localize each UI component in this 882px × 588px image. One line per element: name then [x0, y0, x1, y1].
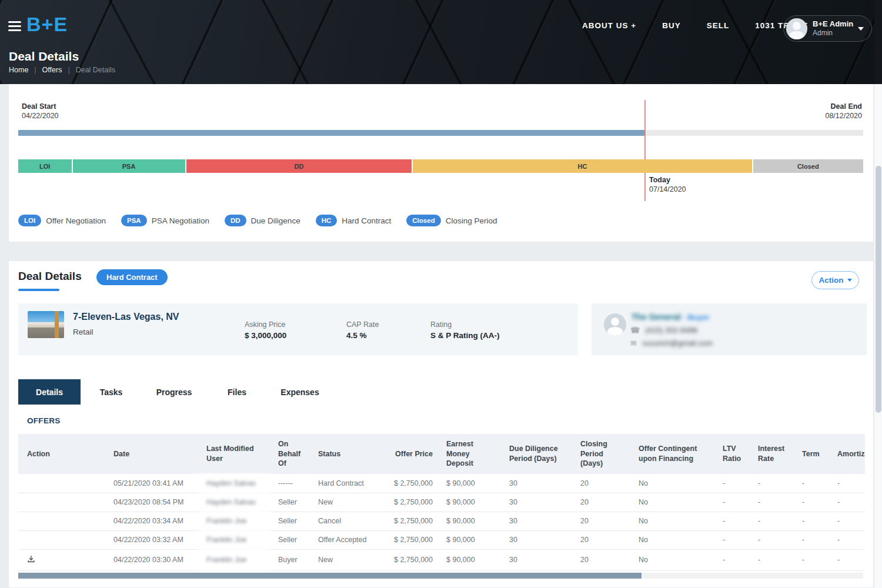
cell-term: - [793, 549, 828, 570]
deal-progress-track [18, 130, 863, 136]
phase-segment-closed: Closed [753, 159, 863, 173]
contact-name: The General - Buyer [632, 312, 710, 322]
download-offer-button[interactable] [27, 555, 35, 563]
cell-earnest: $ 90,000 [437, 474, 500, 493]
deal-details-card: Deal Details Hard Contract Action 7-Elev… [8, 260, 874, 588]
user-role: Admin [813, 29, 853, 38]
cell-amortization: - [828, 493, 865, 512]
cell-status: New [309, 549, 385, 570]
cell-ltv: - [714, 474, 749, 493]
cell-action [18, 493, 105, 512]
deal-start-date: 04/22/2020 [22, 112, 59, 120]
col-offer-contingent: Offer Contingent upon Financing [630, 434, 714, 474]
vertical-scrollbar-thumb[interactable] [876, 166, 881, 413]
cell-ltv: - [714, 493, 749, 512]
cell-term: - [793, 493, 828, 512]
cell-earnest: $ 90,000 [437, 530, 500, 549]
property-type: Retail [73, 328, 93, 336]
offer-row: 04/22/2020 03:34 AM Franklin Joe Seller … [18, 512, 865, 530]
col-offer-price: Offer Price [385, 434, 437, 474]
nav-item-buy[interactable]: BUY [662, 21, 681, 30]
cell-dd-days: 30 [500, 474, 572, 493]
col-interest-rate: Interest Rate [749, 434, 793, 474]
section-title: Deal Details [18, 270, 82, 283]
cell-ltv: - [714, 530, 749, 549]
cell-action [18, 474, 105, 493]
nav-item-sell[interactable]: SELL [707, 21, 730, 30]
cell-earnest: $ 90,000 [437, 512, 500, 530]
brand-logo[interactable]: B+E [26, 13, 68, 36]
breadcrumb: Home | Offers | Deal Details [9, 66, 115, 74]
legend-item-closed: Closed Closing Period [406, 215, 497, 226]
legend-badge-hc: HC [316, 215, 338, 226]
cell-contingent: No [630, 549, 714, 570]
action-button[interactable]: Action [811, 271, 859, 289]
cell-contingent: No [630, 493, 714, 512]
offers-table: Action Date Last Modified User On Behalf… [18, 434, 865, 571]
cell-on-behalf: Seller [269, 512, 309, 530]
breadcrumb-separator: | [34, 66, 36, 74]
rating-label: Rating [430, 320, 500, 329]
cell-on-behalf: Seller [269, 530, 309, 549]
page-vertical-scrollbar[interactable] [874, 0, 882, 588]
tab-details[interactable]: Details [18, 379, 81, 405]
legend-label-loi: Offer Negotiation [46, 216, 106, 225]
asking-price-field: Asking Price $ 3,000,000 [245, 320, 286, 340]
cell-term: - [793, 474, 828, 493]
section-title-underline [18, 289, 59, 291]
contact-email[interactable]: sscurich@gmail.com [642, 339, 713, 348]
legend-item-psa: PSA PSA Negotiation [121, 215, 209, 226]
cell-date: 05/21/2020 03:41 AM [105, 474, 198, 493]
nav-item-about-us[interactable]: ABOUT US + [582, 21, 636, 30]
legend-label-hc: Hard Contract [342, 216, 391, 225]
cell-term: - [793, 530, 828, 549]
phase-segment-dd: DD [186, 159, 412, 173]
tab-expenses[interactable]: Expenses [268, 379, 332, 405]
tab-tasks[interactable]: Tasks [81, 379, 142, 405]
cell-offer-price: $ 2,750,000 [385, 493, 437, 512]
col-action: Action [18, 434, 105, 474]
offer-row: 05/21/2020 03:41 AM Hayden Salvas ------… [18, 474, 865, 493]
deal-end-label: Deal End [825, 102, 862, 111]
col-on-behalf-of: On Behalf Of [269, 434, 309, 474]
user-menu[interactable]: B+E Admin Admin [783, 15, 872, 42]
phase-segment-psa: PSA [73, 159, 185, 173]
cell-contingent: No [630, 530, 714, 549]
envelope-icon: ✉ [630, 339, 637, 348]
breadcrumb-home[interactable]: Home [9, 66, 28, 74]
user-name: B+E Admin [813, 19, 853, 29]
cell-amortization: - [828, 549, 865, 570]
deal-start: Deal Start 04/22/2020 [22, 102, 59, 120]
legend-item-dd: DD Due Diligence [225, 215, 300, 226]
cap-rate-field: CAP Rate 4.5 % [346, 320, 379, 340]
col-closing-period: Closing Period (Days) [572, 434, 630, 474]
cell-interest: - [749, 549, 793, 570]
table-horizontal-scrollbar[interactable] [18, 573, 863, 579]
legend-label-dd: Due Diligence [251, 216, 300, 225]
cell-offer-price: $ 2,750,000 [385, 530, 437, 549]
tab-files[interactable]: Files [206, 379, 268, 405]
horizontal-scrollbar-thumb[interactable] [18, 573, 642, 579]
offer-row: 04/22/2020 03:32 AM Franklin Joe Seller … [18, 530, 865, 549]
cell-amortization: - [828, 530, 865, 549]
today-marker-line [644, 100, 646, 201]
col-last-modified-user: Last Modified User [198, 434, 269, 474]
deal-start-label: Deal Start [22, 102, 59, 111]
breadcrumb-offers[interactable]: Offers [42, 66, 62, 74]
tab-progress[interactable]: Progress [142, 379, 206, 405]
cell-user: Franklin Joe [198, 549, 269, 570]
legend-label-psa: PSA Negotiation [152, 216, 209, 225]
deal-end-date: 08/12/2020 [825, 112, 862, 120]
cell-dd-days: 30 [500, 530, 572, 549]
cell-amortization: - [828, 474, 865, 493]
cell-status: Cancel [309, 512, 385, 530]
today-date: 07/14/2020 [649, 185, 686, 193]
hamburger-menu-icon[interactable] [8, 21, 21, 31]
offer-row: 04/22/2020 03:30 AM Franklin Joe Buyer N… [18, 549, 865, 570]
legend-label-closed: Closing Period [446, 216, 497, 225]
cell-interest: - [749, 512, 793, 530]
user-avatar [786, 18, 807, 39]
status-badge: Hard Contract [96, 269, 168, 285]
action-button-label: Action [819, 276, 844, 285]
cell-action [18, 512, 105, 530]
